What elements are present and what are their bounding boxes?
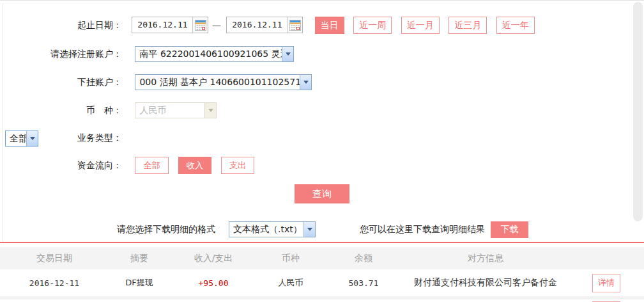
quick-range-quarter-button[interactable]: 近三月 <box>448 17 487 34</box>
header-counterparty: 对方信息 <box>402 253 569 264</box>
download-format-value: 文本格式（.txt） <box>229 222 303 237</box>
download-format-label: 请您选择下载明细的格式 <box>117 224 215 235</box>
end-date-calendar-icon[interactable] <box>287 17 302 33</box>
business-type-row: 全部 业务类型： <box>0 129 644 147</box>
header-currency: 币种 <box>257 253 325 264</box>
currency-label: 币 种： <box>0 102 127 119</box>
currency-select: 人民币 <box>135 102 217 118</box>
quick-range-today-button[interactable]: 当日 <box>315 17 344 34</box>
header-balance: 余额 <box>325 253 402 264</box>
chevron-down-icon[interactable] <box>303 222 315 237</box>
currency-row: 币 种： 人民币 <box>0 101 644 119</box>
start-date-calendar-icon[interactable] <box>192 17 208 33</box>
fund-flow-income-button[interactable]: 收入 <box>178 157 212 174</box>
chevron-down-icon[interactable] <box>282 47 293 61</box>
end-date-input[interactable]: 2016.12.11 <box>226 17 303 33</box>
fund-flow-label: 资金流向： <box>0 157 127 174</box>
end-date-value[interactable]: 2016.12.11 <box>227 17 287 33</box>
header-amount: 收入/支出 <box>170 253 257 264</box>
quick-range-week-button[interactable]: 近一周 <box>353 17 392 34</box>
sub-account-row: 下挂账户： 000 活期 基本户 1406600101102571848 <box>0 73 644 91</box>
start-date-input[interactable]: 2016.12.11 <box>132 17 208 33</box>
fund-flow-expense-button[interactable]: 支出 <box>221 157 255 174</box>
header-date: 交易日期 <box>0 253 109 264</box>
quick-range-month-button[interactable]: 近一月 <box>401 17 440 34</box>
chevron-down-icon <box>204 103 216 118</box>
table-header-row: 交易日期 摘要 收入/支出 币种 余额 对方信息 <box>0 247 644 269</box>
register-account-value: 南平 6222001406100921065 灵通卡 <box>135 47 282 61</box>
query-button[interactable]: 查询 <box>295 184 349 203</box>
cell-amount: +95.00 <box>170 278 257 288</box>
cell-counterparty: 财付通支付科技有限公司客户备付金 <box>402 277 569 289</box>
download-format-select[interactable]: 文本格式（.txt） <box>229 221 316 237</box>
cell-date: 2016-12-11 <box>0 278 109 288</box>
fund-flow-row: 资金流向： 全部 收入 支出 <box>0 156 644 174</box>
download-hint-text: 您可以在这里下载查询明细结果 <box>360 224 485 235</box>
date-range-label: 起止日期： <box>0 17 127 34</box>
header-summary: 摘要 <box>109 253 170 264</box>
cell-balance: 503.71 <box>325 278 402 288</box>
chevron-down-icon[interactable] <box>300 75 311 90</box>
sub-account-select[interactable]: 000 活期 基本户 1406600101102571848 <box>135 74 312 90</box>
transaction-query-page: 起止日期： 2016.12.11 <box>0 0 644 302</box>
detail-button[interactable]: 详情 <box>592 274 620 292</box>
start-date-value[interactable]: 2016.12.11 <box>132 17 192 33</box>
register-account-label: 请选择注册账户： <box>0 45 127 63</box>
cell-summary: DF提现 <box>109 277 170 289</box>
register-account-row: 请选择注册账户： 南平 6222001406100921065 灵通卡 <box>0 45 644 63</box>
table-row-partial: 详情 <box>0 299 644 302</box>
download-button[interactable]: 下载 <box>491 221 528 238</box>
quick-range-year-button[interactable]: 近一年 <box>496 17 535 34</box>
date-range-row: 起止日期： 2016.12.11 <box>0 16 644 34</box>
left-edge-divider <box>3 4 3 242</box>
sub-account-label: 下挂账户： <box>0 74 127 91</box>
currency-value: 人民币 <box>135 103 204 118</box>
register-account-select[interactable]: 南平 6222001406100921065 灵通卡 <box>135 46 294 62</box>
business-type-label: 业务类型： <box>0 129 127 147</box>
table-top-accent-line <box>0 242 644 243</box>
date-range-separator: — <box>211 17 222 34</box>
table-row: 2016-12-11 DF提现 +95.00 人民币 503.71 财付通支付科… <box>0 269 644 296</box>
cell-currency: 人民币 <box>257 277 325 289</box>
fund-flow-all-button[interactable]: 全部 <box>135 157 169 174</box>
sub-account-value: 000 活期 基本户 1406600101102571848 <box>135 75 300 90</box>
